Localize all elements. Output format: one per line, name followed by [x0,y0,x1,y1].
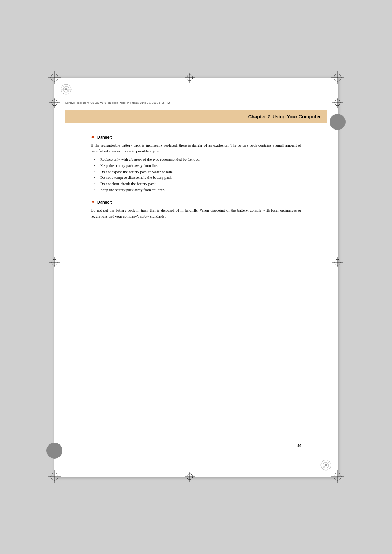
danger-star-1: ✦ [91,134,95,141]
reg-mark-left-mid [49,257,60,267]
document-page: Lenovo IdeaPad Y730 UG V1 0_en.book Page… [54,78,338,477]
danger-header-1: ✦ Danger: [91,134,301,141]
bullet-item-1: Replace only with a battery of the type … [94,157,301,163]
bullet-item-4: Do not attempt to disassemble the batter… [94,175,301,181]
bullet-item-3: Do not expose the battery pack to water … [94,169,301,175]
decorative-circle-right [330,114,346,130]
bullet-item-5: Do not short-circuit the battery pack. [94,181,301,187]
reg-mark-right-top [332,98,343,108]
danger-header-2: ✦ Danger: [91,198,301,206]
reg-mark-bottom-mid [185,472,195,482]
chapter-header-band: Chapter 2. Using Your Computer [65,110,327,123]
reg-mark-top-mid [185,73,195,83]
content-area: ✦ Danger: If the rechargeable battery pa… [91,128,301,222]
danger-bullet-list: Replace only with a battery of the type … [91,157,301,193]
rosette-bottom-right [320,459,332,471]
danger-label-2: Danger: [97,199,113,205]
reg-mark-left-top [49,98,60,108]
bullet-item-6: Keep the battery pack away from children… [94,187,301,193]
reg-mark-bottom-left [48,470,61,483]
danger-intro-text: If the rechargeable battery pack is inco… [91,143,301,155]
reg-mark-top-left [48,71,61,84]
reg-mark-bottom-right [331,470,344,483]
page-number: 44 [297,444,301,448]
danger-star-2: ✦ [91,198,95,206]
danger-text-2: Do not put the battery pack in trash tha… [91,208,301,220]
chapter-title: Chapter 2. Using Your Computer [248,114,321,119]
danger-label-1: Danger: [97,134,113,140]
bullet-item-2: Keep the battery pack away from fire. [94,163,301,169]
rosette-top-left [60,83,72,95]
reg-mark-top-right [331,71,344,84]
book-file-info: Lenovo IdeaPad Y730 UG V1 0_en.book Page… [65,100,327,104]
decorative-circle-left [46,443,62,459]
reg-mark-right-mid [332,257,343,267]
